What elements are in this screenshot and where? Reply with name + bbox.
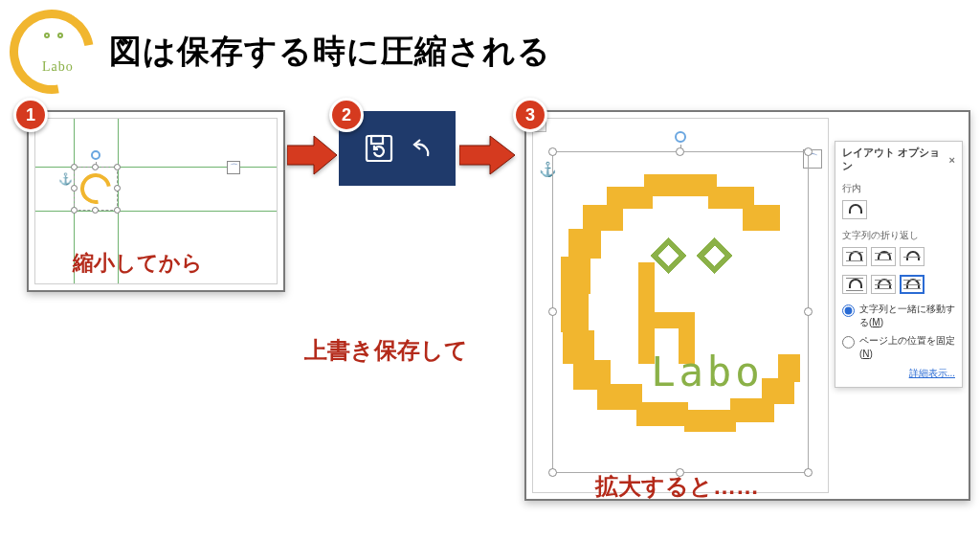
layout-options-pane: レイアウト オプション × 行内 文字列の折り返し 文字列と一緒に移動する(M) <box>835 141 963 388</box>
svg-rect-16 <box>684 410 736 432</box>
radio-move-input[interactable] <box>842 304 855 317</box>
svg-rect-4 <box>644 174 718 196</box>
svg-rect-18 <box>762 378 795 404</box>
svg-rect-15 <box>636 402 688 426</box>
details-link-row: 詳細表示... <box>835 363 962 387</box>
resize-handle[interactable] <box>804 307 813 316</box>
resize-handle[interactable] <box>548 307 557 316</box>
enlarged-logo-image: Labo <box>561 160 800 464</box>
resize-handle[interactable] <box>71 164 78 170</box>
svg-rect-10 <box>561 257 590 293</box>
image-selection-small[interactable] <box>74 167 118 211</box>
radio-move-with-text[interactable]: 文字列と一緒に移動する(M) <box>835 300 962 331</box>
close-icon[interactable]: × <box>949 154 955 166</box>
undo-icon <box>409 135 432 162</box>
resize-handle[interactable] <box>114 164 121 170</box>
caption-step1: 縮小してから <box>73 249 203 278</box>
details-link[interactable]: 詳細表示... <box>909 368 955 378</box>
svg-rect-21 <box>701 241 729 270</box>
svg-rect-14 <box>597 384 641 410</box>
inline-section-label: 行内 <box>835 178 962 197</box>
svg-rect-20 <box>655 241 683 270</box>
page-title: 図は保存する時に圧縮される <box>109 30 551 74</box>
layout-pane-title-row: レイアウト オプション × <box>835 142 962 178</box>
svg-rect-19 <box>778 354 800 382</box>
resize-handle[interactable] <box>548 147 557 156</box>
layout-pane-title: レイアウト オプション <box>842 147 949 173</box>
logo-c-arc <box>0 0 110 110</box>
wrap-topbottom-icon[interactable] <box>842 275 867 294</box>
logo-labo-text: Labo <box>42 59 74 75</box>
svg-rect-2 <box>371 136 383 144</box>
svg-rect-9 <box>568 229 602 259</box>
svg-rect-11 <box>561 292 589 332</box>
wrap-row-2 <box>835 272 962 300</box>
caption-step3: 拡大すると…… <box>595 471 759 502</box>
step-badge-3: 3 <box>513 98 547 132</box>
panel-step3: ⚓ ⌒ <box>524 110 970 501</box>
wrap-tight-icon[interactable] <box>871 247 896 266</box>
radio-fix-input[interactable] <box>842 336 855 349</box>
image-selection-large[interactable]: Labo <box>552 151 809 473</box>
arrow-icon <box>459 134 517 176</box>
radio-fix-label: ページ上の位置を固定(N) <box>859 334 955 360</box>
wrap-behind-icon[interactable] <box>871 275 896 294</box>
svg-marker-3 <box>459 136 515 174</box>
wrap-through-icon[interactable] <box>900 247 924 266</box>
radio-move-label: 文字列と一緒に移動する(M) <box>859 303 955 328</box>
svg-rect-12 <box>563 330 594 364</box>
logo-eyes <box>44 33 63 38</box>
svg-rect-7 <box>583 205 623 231</box>
brand-logo: Labo <box>10 10 94 94</box>
resize-handle[interactable] <box>804 147 813 156</box>
wrap-front-icon[interactable] <box>900 275 924 294</box>
wrap-section-label: 文字列の折り返し <box>835 225 962 244</box>
resize-handle[interactable] <box>92 164 99 170</box>
radio-fix-on-page[interactable]: ページ上の位置を固定(N) <box>835 331 962 363</box>
anchor-icon: ⚓ <box>58 172 73 186</box>
layout-options-button-small[interactable]: ⌒ <box>227 161 240 174</box>
resize-handle[interactable] <box>71 207 78 214</box>
caption-step2: 上書き保存して <box>304 335 468 366</box>
big-logo-labo-text: Labo <box>651 349 763 395</box>
step-badge-1: 1 <box>13 98 48 132</box>
word-canvas-large: ⚓ ⌒ <box>532 118 829 493</box>
rotate-handle-icon[interactable] <box>91 150 100 160</box>
wrap-row-1 <box>835 244 962 272</box>
resize-handle[interactable] <box>676 147 684 156</box>
mini-logo-image <box>80 173 111 204</box>
resize-handle[interactable] <box>92 207 99 214</box>
header: Labo 図は保存する時に圧縮される <box>10 10 551 94</box>
resize-handle[interactable] <box>114 207 121 214</box>
resize-handle[interactable] <box>114 185 121 192</box>
autosave-icon <box>363 132 395 165</box>
resize-handle[interactable] <box>548 468 557 477</box>
svg-marker-0 <box>287 136 337 174</box>
wrap-square-icon[interactable] <box>842 247 867 266</box>
inline-row <box>835 197 962 225</box>
resize-handle[interactable] <box>804 468 813 477</box>
wrap-inline-icon[interactable] <box>842 200 867 219</box>
arrow-icon <box>287 134 339 176</box>
rotate-handle-icon[interactable] <box>675 131 686 143</box>
resize-handle[interactable] <box>71 185 78 192</box>
step-badge-2: 2 <box>329 98 364 132</box>
svg-rect-8 <box>743 205 779 231</box>
